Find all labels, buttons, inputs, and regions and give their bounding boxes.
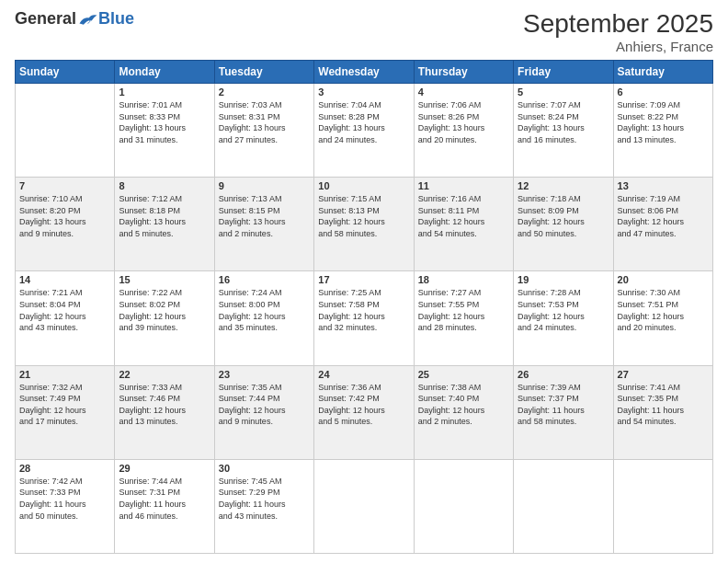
calendar-cell: 27Sunrise: 7:41 AM Sunset: 7:35 PM Dayli…: [613, 365, 712, 459]
day-number: 9: [219, 180, 310, 191]
calendar-cell: 3Sunrise: 7:04 AM Sunset: 8:28 PM Daylig…: [314, 84, 414, 178]
subtitle: Anhiers, France: [523, 39, 713, 54]
day-info: Sunrise: 7:03 AM Sunset: 8:31 PM Dayligh…: [219, 99, 310, 145]
calendar-cell: [514, 459, 613, 553]
calendar-table: Sunday Monday Tuesday Wednesday Thursday…: [15, 60, 713, 554]
day-number: 23: [219, 369, 310, 380]
day-number: 14: [19, 274, 110, 285]
calendar-cell: 12Sunrise: 7:18 AM Sunset: 8:09 PM Dayli…: [514, 178, 613, 271]
day-number: 16: [219, 274, 310, 285]
day-number: 24: [318, 369, 409, 380]
day-number: 15: [119, 274, 210, 285]
day-number: 2: [219, 86, 310, 98]
day-info: Sunrise: 7:01 AM Sunset: 8:33 PM Dayligh…: [119, 99, 210, 145]
calendar-cell: [16, 84, 115, 178]
day-number: 13: [618, 180, 709, 191]
calendar-cell: 15Sunrise: 7:22 AM Sunset: 8:02 PM Dayli…: [115, 271, 214, 365]
day-number: 17: [318, 274, 409, 285]
logo-blue-text: Blue: [98, 9, 134, 29]
day-info: Sunrise: 7:12 AM Sunset: 8:18 PM Dayligh…: [119, 193, 210, 239]
day-info: Sunrise: 7:32 AM Sunset: 7:49 PM Dayligh…: [19, 382, 110, 428]
logo: General Blue: [15, 9, 134, 29]
day-number: 27: [618, 369, 709, 380]
day-info: Sunrise: 7:35 AM Sunset: 7:44 PM Dayligh…: [219, 382, 310, 428]
calendar-cell: 5Sunrise: 7:07 AM Sunset: 8:24 PM Daylig…: [514, 84, 613, 178]
day-number: 10: [318, 180, 409, 191]
calendar-cell: [414, 459, 513, 553]
col-tuesday: Tuesday: [214, 61, 313, 84]
logo-general-text: General: [15, 9, 76, 29]
calendar-cell: 9Sunrise: 7:13 AM Sunset: 8:15 PM Daylig…: [214, 178, 313, 271]
calendar-cell: 18Sunrise: 7:27 AM Sunset: 7:55 PM Dayli…: [414, 271, 513, 365]
day-info: Sunrise: 7:16 AM Sunset: 8:11 PM Dayligh…: [418, 193, 509, 239]
calendar-cell: 28Sunrise: 7:42 AM Sunset: 7:33 PM Dayli…: [16, 459, 115, 553]
header: General Blue September 2025 Anhiers, Fra…: [15, 9, 713, 54]
day-info: Sunrise: 7:33 AM Sunset: 7:46 PM Dayligh…: [119, 382, 210, 428]
col-wednesday: Wednesday: [314, 61, 414, 84]
day-number: 11: [418, 180, 509, 191]
day-info: Sunrise: 7:10 AM Sunset: 8:20 PM Dayligh…: [19, 193, 110, 239]
calendar-cell: 19Sunrise: 7:28 AM Sunset: 7:53 PM Dayli…: [514, 271, 613, 365]
day-number: 26: [518, 369, 609, 380]
day-number: 7: [19, 180, 110, 191]
logo-bird-icon: [78, 11, 98, 28]
day-info: Sunrise: 7:13 AM Sunset: 8:15 PM Dayligh…: [219, 193, 310, 239]
calendar-week-row-1: 1Sunrise: 7:01 AM Sunset: 8:33 PM Daylig…: [16, 84, 713, 178]
day-number: 28: [19, 463, 110, 474]
day-info: Sunrise: 7:44 AM Sunset: 7:31 PM Dayligh…: [119, 476, 210, 522]
day-number: 19: [518, 274, 609, 285]
day-info: Sunrise: 7:21 AM Sunset: 8:04 PM Dayligh…: [19, 287, 110, 333]
calendar-cell: 1Sunrise: 7:01 AM Sunset: 8:33 PM Daylig…: [115, 84, 214, 178]
main-title: September 2025: [523, 9, 713, 39]
col-friday: Friday: [514, 61, 613, 84]
day-number: 4: [418, 86, 509, 98]
day-info: Sunrise: 7:25 AM Sunset: 7:58 PM Dayligh…: [318, 287, 409, 333]
day-number: 25: [418, 369, 509, 380]
title-block: September 2025 Anhiers, France: [523, 9, 713, 54]
day-number: 1: [119, 86, 210, 98]
day-info: Sunrise: 7:07 AM Sunset: 8:24 PM Dayligh…: [518, 99, 609, 145]
calendar-cell: 20Sunrise: 7:30 AM Sunset: 7:51 PM Dayli…: [613, 271, 712, 365]
calendar-cell: 25Sunrise: 7:38 AM Sunset: 7:40 PM Dayli…: [414, 365, 513, 459]
calendar-cell: [613, 459, 712, 553]
col-thursday: Thursday: [414, 61, 513, 84]
calendar-week-row-5: 28Sunrise: 7:42 AM Sunset: 7:33 PM Dayli…: [16, 459, 713, 553]
day-info: Sunrise: 7:45 AM Sunset: 7:29 PM Dayligh…: [219, 476, 310, 522]
day-info: Sunrise: 7:38 AM Sunset: 7:40 PM Dayligh…: [418, 382, 509, 428]
calendar-cell: 4Sunrise: 7:06 AM Sunset: 8:26 PM Daylig…: [414, 84, 513, 178]
day-number: 21: [19, 369, 110, 380]
calendar-cell: 26Sunrise: 7:39 AM Sunset: 7:37 PM Dayli…: [514, 365, 613, 459]
calendar-cell: 8Sunrise: 7:12 AM Sunset: 8:18 PM Daylig…: [115, 178, 214, 271]
calendar-cell: 13Sunrise: 7:19 AM Sunset: 8:06 PM Dayli…: [613, 178, 712, 271]
day-info: Sunrise: 7:28 AM Sunset: 7:53 PM Dayligh…: [518, 287, 609, 333]
day-info: Sunrise: 7:04 AM Sunset: 8:28 PM Dayligh…: [318, 99, 409, 145]
day-number: 5: [518, 86, 609, 98]
day-number: 30: [219, 463, 310, 474]
day-info: Sunrise: 7:30 AM Sunset: 7:51 PM Dayligh…: [618, 287, 709, 333]
col-sunday: Sunday: [16, 61, 115, 84]
calendar-cell: 16Sunrise: 7:24 AM Sunset: 8:00 PM Dayli…: [214, 271, 313, 365]
calendar-cell: 10Sunrise: 7:15 AM Sunset: 8:13 PM Dayli…: [314, 178, 414, 271]
calendar-cell: 14Sunrise: 7:21 AM Sunset: 8:04 PM Dayli…: [16, 271, 115, 365]
day-number: 20: [618, 274, 709, 285]
calendar-cell: 11Sunrise: 7:16 AM Sunset: 8:11 PM Dayli…: [414, 178, 513, 271]
day-info: Sunrise: 7:27 AM Sunset: 7:55 PM Dayligh…: [418, 287, 509, 333]
day-info: Sunrise: 7:18 AM Sunset: 8:09 PM Dayligh…: [518, 193, 609, 239]
day-info: Sunrise: 7:36 AM Sunset: 7:42 PM Dayligh…: [318, 382, 409, 428]
calendar-week-row-3: 14Sunrise: 7:21 AM Sunset: 8:04 PM Dayli…: [16, 271, 713, 365]
col-monday: Monday: [115, 61, 214, 84]
day-number: 8: [119, 180, 210, 191]
calendar-header-row: Sunday Monday Tuesday Wednesday Thursday…: [16, 61, 713, 84]
calendar-cell: 6Sunrise: 7:09 AM Sunset: 8:22 PM Daylig…: [613, 84, 712, 178]
calendar-cell: 17Sunrise: 7:25 AM Sunset: 7:58 PM Dayli…: [314, 271, 414, 365]
day-info: Sunrise: 7:19 AM Sunset: 8:06 PM Dayligh…: [618, 193, 709, 239]
calendar-cell: 2Sunrise: 7:03 AM Sunset: 8:31 PM Daylig…: [214, 84, 313, 178]
day-number: 22: [119, 369, 210, 380]
calendar-cell: 30Sunrise: 7:45 AM Sunset: 7:29 PM Dayli…: [214, 459, 313, 553]
calendar-cell: 7Sunrise: 7:10 AM Sunset: 8:20 PM Daylig…: [16, 178, 115, 271]
calendar-cell: 22Sunrise: 7:33 AM Sunset: 7:46 PM Dayli…: [115, 365, 214, 459]
day-info: Sunrise: 7:39 AM Sunset: 7:37 PM Dayligh…: [518, 382, 609, 428]
calendar-cell: 23Sunrise: 7:35 AM Sunset: 7:44 PM Dayli…: [214, 365, 313, 459]
calendar-cell: 24Sunrise: 7:36 AM Sunset: 7:42 PM Dayli…: [314, 365, 414, 459]
calendar-week-row-2: 7Sunrise: 7:10 AM Sunset: 8:20 PM Daylig…: [16, 178, 713, 271]
